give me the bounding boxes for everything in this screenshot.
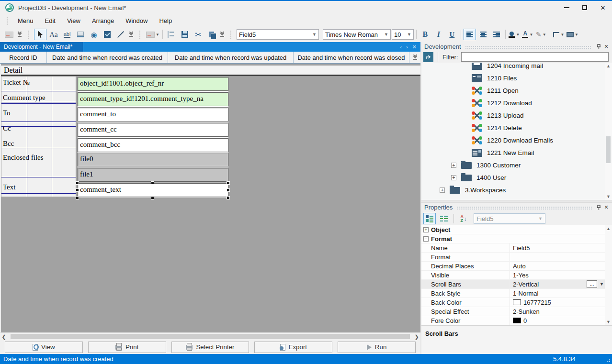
minimize-button[interactable] [557,1,576,14]
property-value[interactable]: 1-Normal [510,290,605,297]
scroll-up-icon[interactable]: ▲ [606,63,611,69]
form-label-comment-type[interactable]: Comment type [3,94,45,102]
property-row-scroll-bars[interactable]: Scroll Bars2-Vertical...▼ [421,280,612,289]
scroll-down-icon[interactable]: ▼ [606,319,611,325]
menu-item-window[interactable]: Window [120,16,153,26]
tree-item-1212-download[interactable]: 1212 Download [421,97,612,109]
report-picture-button[interactable] [3,29,15,40]
property-value[interactable]: 1-Yes [510,272,605,279]
align-center-button[interactable] [477,29,489,40]
horizontal-scrollbar[interactable]: ❮ ❯ [0,332,420,340]
line-tool[interactable] [114,29,127,40]
scroll-left-icon[interactable]: ❮ [0,333,8,340]
horizontal-scroll-thumb[interactable] [11,334,410,339]
menu-item-menu[interactable]: Menu [12,16,39,26]
close-panel-button[interactable]: ✕ [602,204,610,210]
header-overflow-icon[interactable] [409,52,420,63]
property-row-back-color[interactable]: Back Color16777215 [421,298,612,307]
font-color-button[interactable]: A ▼ [521,29,534,40]
run-button[interactable]: Run [338,342,416,353]
alphabetic-view-button[interactable] [438,213,450,224]
tree-item-1210-files[interactable]: 1210 Files [421,72,612,84]
menu-drag-handle[interactable] [6,16,9,25]
fill-color-button[interactable]: ▼ [508,29,521,40]
design-field-comment-to[interactable]: comment_to [78,108,228,121]
print-button[interactable]: Print [88,342,166,353]
property-value[interactable]: Auto [510,263,605,270]
design-field-file0[interactable]: file0 [78,153,228,166]
dropdown-icon[interactable]: ▼ [600,282,604,287]
menu-item-help[interactable]: Help [153,16,178,26]
form-label-ticket[interactable]: Ticket № [3,78,30,87]
checkbox-tool[interactable] [101,29,113,40]
selection-handle[interactable] [151,181,154,185]
collapse-icon[interactable]: − [423,236,429,242]
tab-scroll-right-icon[interactable]: › [406,44,408,50]
column-header-date-and-time-when-record-was-created[interactable]: Date and time when record was created [47,52,168,63]
highlight-button[interactable]: ✎ ▼ [535,29,547,40]
label-tool-button[interactable]: Aa [47,29,60,40]
property-row-decimal-places[interactable]: Decimal PlacesAuto [421,262,612,271]
form-label-cc[interactable]: Cc [3,124,11,132]
menu-item-view[interactable]: View [61,16,86,26]
tree-item-1220-download-emails[interactable]: 1220 Download Emails [421,134,612,146]
export-button[interactable]: Export [254,342,332,353]
sort-az-button[interactable]: AZ↓ [457,213,470,224]
tree-item-1204-incoming-mail[interactable]: 1204 Incoming mail [421,63,612,72]
selection-handle[interactable] [227,181,230,185]
design-field-comment-cc[interactable]: comment_cc [78,123,228,137]
toolbar-overflow-icon[interactable] [18,32,22,37]
toolbar-drag-handle[interactable] [27,30,30,39]
column-header-record-id[interactable]: Record ID [0,52,47,63]
bold-button[interactable]: B [419,29,431,40]
field-selector-combo[interactable]: Field5 ▼ [237,29,319,40]
expand-icon[interactable]: + [440,188,445,193]
property-row-back-style[interactable]: Back Style1-Normal [421,289,612,298]
categorized-view-button[interactable] [423,213,436,224]
design-field-file1[interactable]: file1 [78,168,228,182]
object-selector-combo[interactable]: Field5 ▼ [474,213,545,224]
properties-scrollbar[interactable]: ▲ ▼ [605,225,612,325]
textbox-tool-button[interactable]: abl [61,29,73,40]
scroll-down-icon[interactable]: ▼ [606,193,611,200]
shape-fill-button[interactable]: ▼ [566,29,579,40]
scroll-right-icon[interactable]: ❯ [413,333,420,340]
expand-icon[interactable]: + [451,163,456,168]
tree-item-1221-new-email[interactable]: 1221 New Email [421,146,612,159]
maximize-button[interactable] [576,1,594,14]
scroll-up-icon[interactable]: ▲ [606,225,611,232]
selection-handle[interactable] [76,188,79,192]
design-canvas[interactable]: Detail Ticket №Comment typeToCcBccEnclos… [0,64,420,332]
property-row-format[interactable]: Format [421,253,612,262]
selection-handle[interactable] [151,196,154,199]
design-field-comment-type-id-1201-comment-type-na[interactable]: comment_type_id!1201.comment_type_na [78,92,228,106]
filter-input[interactable] [461,52,609,62]
design-field-comment-bcc[interactable]: comment_bcc [78,138,228,152]
property-category-object[interactable]: +Object [421,225,612,234]
font-family-combo[interactable]: Times New Roman ▼ [323,29,391,40]
resize-grip[interactable] [606,358,611,363]
cut-button[interactable]: ✂ [192,29,204,40]
align-right-button[interactable] [490,29,503,40]
option-button-tool[interactable]: ◉ [88,29,100,40]
pin-button[interactable] [595,205,602,210]
pointer-tool-button[interactable] [34,29,46,40]
design-field-object-id-1001-object-ref-nr[interactable]: object_id!1001.object_ref_nr [78,77,228,91]
toolbar-overflow-icon[interactable] [129,32,133,37]
tree-item-3-workspaces[interactable]: +3.Workspaces [421,184,612,196]
property-row-visible[interactable]: Visible1-Yes [421,271,612,280]
column-header-date-and-time-when-record-was-closed[interactable]: Date and time when record was closed [294,52,409,63]
expand-icon[interactable]: + [451,175,456,180]
property-row-special-effect[interactable]: Special Effect2-Sunken [421,307,612,316]
property-category-format[interactable]: −Format [421,234,612,243]
menu-item-edit[interactable]: Edit [39,16,61,26]
toolbar-drag-handle[interactable] [230,30,232,39]
expand-icon[interactable]: + [423,227,429,232]
selection-handle[interactable] [227,188,230,192]
tree-item-1211-open[interactable]: 1211 Open [421,84,612,97]
command-button-tool[interactable] [74,29,87,40]
selection-handle[interactable] [76,196,79,199]
tree-item-1300-customer[interactable]: +1300 Customer [421,159,612,171]
pin-button[interactable] [595,44,602,50]
band-header-detail[interactable]: Detail [1,66,420,76]
